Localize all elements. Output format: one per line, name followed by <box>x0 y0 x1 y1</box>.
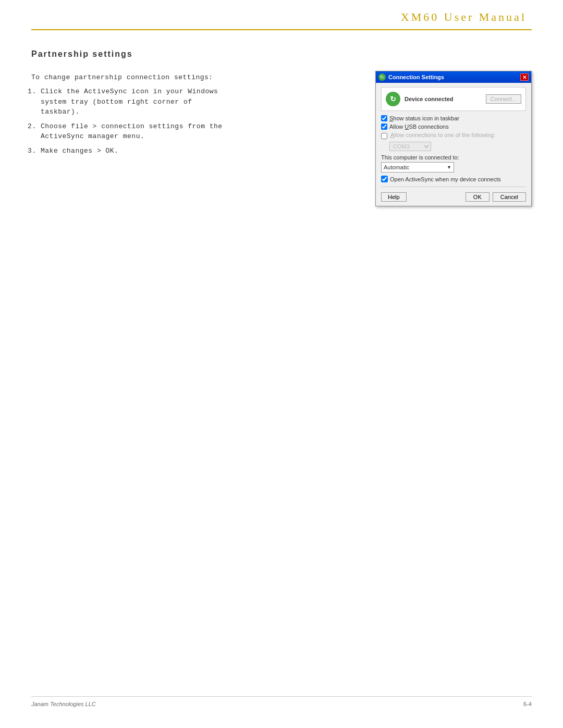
allow-connections-label: Allow connections to one of the followin… <box>390 132 495 138</box>
allow-usb-checkbox-row: Allow USB connections <box>381 124 526 130</box>
show-status-label: Show status icon in taskbar <box>389 115 459 121</box>
footer-page-number: 6-4 <box>523 701 532 707</box>
titlebar-left: ↻ Connection Settings <box>378 73 444 81</box>
dialog-titlebar: ↻ Connection Settings ✕ <box>376 71 531 83</box>
help-button[interactable]: Help <box>381 192 407 202</box>
instructions-intro: To change partnership connection setting… <box>31 73 229 81</box>
show-status-checkbox[interactable] <box>381 115 387 121</box>
instructions-panel: To change partnership connection setting… <box>31 73 229 160</box>
dropdown-arrow-icon: ▼ <box>447 165 451 170</box>
section-heading: Partnership settings <box>31 50 532 59</box>
dialog-buttons: Help OK Cancel <box>381 190 526 202</box>
ok-cancel-group: OK Cancel <box>466 192 526 202</box>
dialog-screenshot: ↻ Connection Settings ✕ ↻ Device connect… <box>375 71 532 206</box>
open-activesync-label: Open ActiveSync when my device connects <box>390 176 501 182</box>
ok-button[interactable]: OK <box>466 192 489 202</box>
page-footer: Janam Technologies LLC 6-4 <box>31 696 532 707</box>
activesync-icon: ↻ <box>378 73 386 81</box>
close-button[interactable]: ✕ <box>520 73 529 81</box>
com-select[interactable]: COM3 <box>389 142 431 151</box>
connection-settings-dialog: ↻ Connection Settings ✕ ↻ Device connect… <box>375 71 532 206</box>
connected-to-section: This computer is connected to: Automatic… <box>381 154 526 172</box>
options-section: Show status icon in taskbar Allow USB co… <box>381 115 526 151</box>
show-status-checkbox-row: Show status icon in taskbar <box>381 115 526 121</box>
device-info: ↻ Device connected <box>386 92 454 106</box>
open-activesync-checkbox[interactable] <box>381 176 388 182</box>
connected-to-value: Automatic <box>384 164 409 170</box>
com-dropdown-row: COM3 <box>389 142 526 151</box>
list-item: Make changes > OK. <box>41 146 229 156</box>
connected-to-label: This computer is connected to: <box>381 154 526 161</box>
top-border-line <box>31 29 532 30</box>
allow-usb-checkbox[interactable] <box>381 124 387 130</box>
allow-connections-checkbox-row: Allow connections to one of the followin… <box>381 132 526 140</box>
device-connected-section: ↻ Device connected Connect... <box>381 87 526 111</box>
list-item: Click the ActiveSync icon in your Window… <box>41 87 229 117</box>
dialog-title-text: Connection Settings <box>388 74 444 80</box>
cancel-button[interactable]: Cancel <box>493 192 526 202</box>
open-activesync-row: Open ActiveSync when my device connects <box>381 176 526 182</box>
device-status: Device connected <box>405 96 454 102</box>
list-item: Choose file > connection settings from t… <box>41 121 229 142</box>
device-icon: ↻ <box>386 92 400 106</box>
connected-to-dropdown[interactable]: Automatic ▼ <box>381 162 454 172</box>
connect-button[interactable]: Connect... <box>486 94 521 104</box>
page-title: XM60 User Manual <box>401 10 527 24</box>
dialog-body: ↻ Device connected Connect... Show statu… <box>376 83 531 206</box>
divider <box>381 187 526 187</box>
instructions-list: Click the ActiveSync icon in your Window… <box>41 87 229 156</box>
allow-usb-label: Allow USB connections <box>389 124 449 130</box>
allow-connections-checkbox[interactable] <box>381 133 387 139</box>
footer-company: Janam Technologies LLC <box>31 701 96 707</box>
